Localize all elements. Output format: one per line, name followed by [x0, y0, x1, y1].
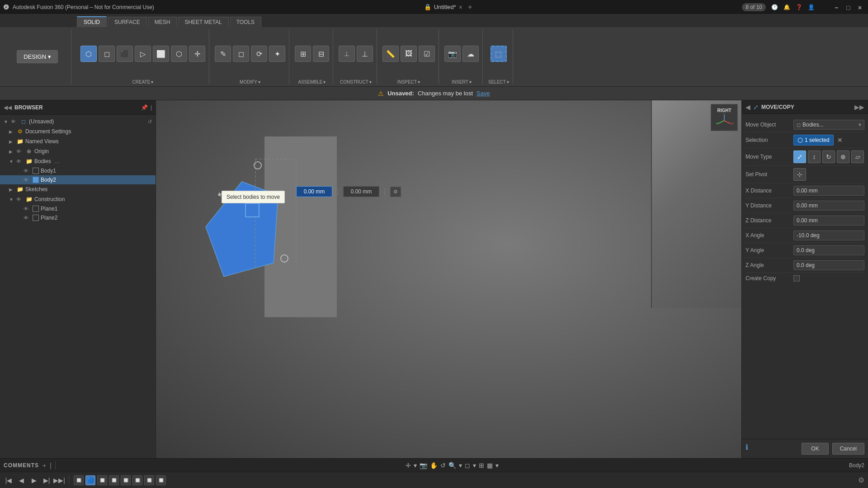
assemble-icon-1[interactable]: ⊞ [295, 46, 311, 62]
tree-item-bodies[interactable]: ▼ 👁 📁 Bodies … [0, 156, 156, 166]
orbit-btn[interactable]: ↺ [440, 462, 446, 469]
plane2-eye[interactable]: 👁 [24, 215, 31, 221]
move-object-dropdown[interactable]: ◻ Bodies... ▾ [793, 120, 864, 130]
move-type-free[interactable]: ⤢ [793, 150, 806, 163]
user-icon[interactable]: 👤 [808, 4, 815, 10]
tl-play[interactable]: ▶ [29, 475, 39, 485]
move-type-point[interactable]: ⊕ [837, 150, 849, 163]
tree-item-construction[interactable]: ▼ 👁 📁 Construction [0, 194, 156, 204]
panel-expand-btn[interactable]: ▶▶ [854, 103, 864, 111]
ok-button[interactable]: OK [802, 443, 828, 455]
bell-icon[interactable]: 🔔 [783, 4, 790, 10]
tl-settings-btn[interactable]: ⚙ [858, 476, 864, 484]
modify-label[interactable]: MODIFY ▾ [240, 80, 260, 84]
tree-item-plane2[interactable]: 👁 Plane2 [0, 213, 156, 222]
body1-eye[interactable]: 👁 [24, 168, 31, 174]
x-angle-input[interactable] [793, 230, 864, 240]
select-label[interactable]: SELECT ▾ [488, 80, 509, 84]
help-icon[interactable]: ❓ [796, 4, 802, 10]
modify-icon-4[interactable]: ✦ [269, 46, 285, 62]
move-type-plane[interactable]: ▱ [851, 150, 864, 163]
tl-prev[interactable]: ◀ [16, 475, 26, 485]
assemble-label[interactable]: ASSEMBLE ▾ [298, 80, 326, 84]
view-dropdown[interactable]: ▾ [473, 462, 476, 469]
tl-step-7[interactable]: 🔲 [144, 475, 154, 485]
tree-item-origin[interactable]: ▶ 👁 ⊕ Origin [0, 146, 156, 156]
maximize-btn[interactable]: □ [846, 4, 853, 10]
inspect-icon-1[interactable]: 📏 [382, 46, 399, 62]
tab-sheet-metal[interactable]: SHEET METAL [178, 17, 228, 27]
capture-btn[interactable]: 📷 [420, 462, 427, 469]
tab-surface[interactable]: SURFACE [108, 17, 147, 27]
bodies-eye[interactable]: 👁 [16, 159, 24, 164]
tl-step-4[interactable]: 🔲 [109, 475, 119, 485]
move-type-axis[interactable]: ↕ [808, 150, 821, 163]
zoom-btn[interactable]: 🔍 [448, 462, 456, 469]
snap-btn[interactable]: ✛ [406, 462, 411, 469]
create-icon-6[interactable]: ⬡ [171, 46, 187, 62]
pan-btn[interactable]: ✋ [430, 462, 438, 469]
selection-clear-btn[interactable]: ✕ [837, 136, 843, 144]
z-angle-input[interactable] [793, 260, 864, 270]
body2-eye[interactable]: 👁 [24, 177, 31, 183]
set-pivot-btn[interactable]: ⊹ [793, 168, 806, 181]
construct-icon-2[interactable]: ⊥ [357, 46, 373, 62]
panel-info-btn[interactable]: ℹ [745, 443, 748, 455]
tl-step-5[interactable]: 🔲 [121, 475, 131, 485]
grid-btn[interactable]: ⊞ [479, 462, 484, 469]
tl-forward[interactable]: ▶▶| [54, 475, 64, 485]
tree-item-named-views[interactable]: ▶ 📁 Named Views [0, 136, 156, 146]
construct-icon-1[interactable]: ⟂ [339, 46, 355, 62]
browser-more-btn[interactable]: | [151, 104, 152, 111]
tree-item-doc-settings[interactable]: ▶ ⚙ Document Settings [0, 127, 156, 136]
zoom-dropdown[interactable]: ▾ [459, 462, 462, 469]
y-angle-input[interactable] [793, 245, 864, 255]
insert-label[interactable]: INSERT ▾ [452, 80, 472, 84]
cancel-button[interactable]: Cancel [832, 443, 864, 455]
inspect-icon-2[interactable]: 🖼 [401, 46, 417, 62]
y-distance-input[interactable] [793, 201, 864, 211]
tab-tools[interactable]: TOOLS [230, 17, 261, 27]
create-icon-3[interactable]: ⬛ [117, 46, 133, 62]
construction-eye[interactable]: 👁 [16, 197, 24, 202]
tl-step-2[interactable]: 🔵 [85, 475, 95, 485]
selection-badge[interactable]: ⬡ 1 selected [793, 135, 834, 145]
create-copy-checkbox[interactable] [793, 275, 800, 282]
comments-collapse-btn[interactable]: | [50, 462, 52, 469]
plane1-eye[interactable]: 👁 [24, 206, 31, 211]
design-button[interactable]: DESIGN ▾ [17, 50, 57, 63]
tab-solid[interactable]: SOLID [77, 16, 107, 27]
close-btn[interactable]: × [858, 4, 864, 10]
create-icon-2[interactable]: ◻ [99, 46, 115, 62]
tree-item-body1[interactable]: 👁 Body1 [0, 166, 156, 175]
tree-item-sketches[interactable]: ▶ 📁 Sketches [0, 184, 156, 194]
select-icon-1[interactable]: ⬚ [491, 46, 507, 62]
tab-mesh[interactable]: MESH [148, 17, 177, 27]
origin-eye[interactable]: 👁 [16, 149, 24, 154]
create-icon-1[interactable]: ⬡ [80, 46, 97, 62]
tl-step-8[interactable]: 🔲 [156, 475, 166, 485]
root-refresh-btn[interactable]: ↺ [148, 119, 152, 125]
modify-icon-1[interactable]: ✎ [215, 46, 231, 62]
root-eye[interactable]: 👁 [11, 119, 18, 124]
move-input-1[interactable] [296, 186, 332, 197]
close-tab-btn[interactable]: × [459, 4, 462, 11]
z-distance-input[interactable] [793, 216, 864, 225]
create-icon-5[interactable]: ⬜ [153, 46, 169, 62]
insert-icon-1[interactable]: 📷 [444, 46, 461, 62]
comments-add-btn[interactable]: + [42, 462, 46, 469]
tl-step-1[interactable]: 🔲 [74, 475, 84, 485]
tl-step-3[interactable]: 🔲 [97, 475, 107, 485]
tree-item-root[interactable]: ▼ 👁 ◻ (Unsaved) ↺ [0, 117, 156, 127]
panel-collapse-left[interactable]: ◀ [745, 103, 750, 111]
display-dropdown[interactable]: ▾ [495, 462, 499, 469]
create-label[interactable]: CREATE ▾ [132, 80, 154, 84]
create-icon-4[interactable]: ▷ [135, 46, 151, 62]
snap-dropdown[interactable]: ▾ [414, 462, 417, 469]
collapse-browser-btn[interactable]: ◀◀ [4, 104, 12, 111]
move-options-btn-1[interactable]: ⚙ [390, 187, 401, 197]
display-btn[interactable]: ▦ [487, 462, 493, 469]
tl-rewind[interactable]: |◀ [4, 475, 14, 485]
tl-step-6[interactable]: 🔲 [132, 475, 142, 485]
save-button[interactable]: Save [476, 90, 490, 97]
